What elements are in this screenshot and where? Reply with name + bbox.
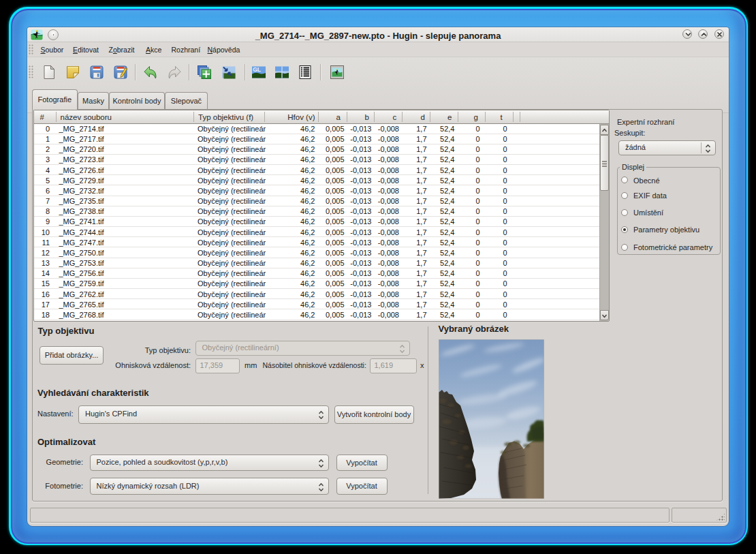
svg-text:GL: GL bbox=[253, 66, 261, 73]
